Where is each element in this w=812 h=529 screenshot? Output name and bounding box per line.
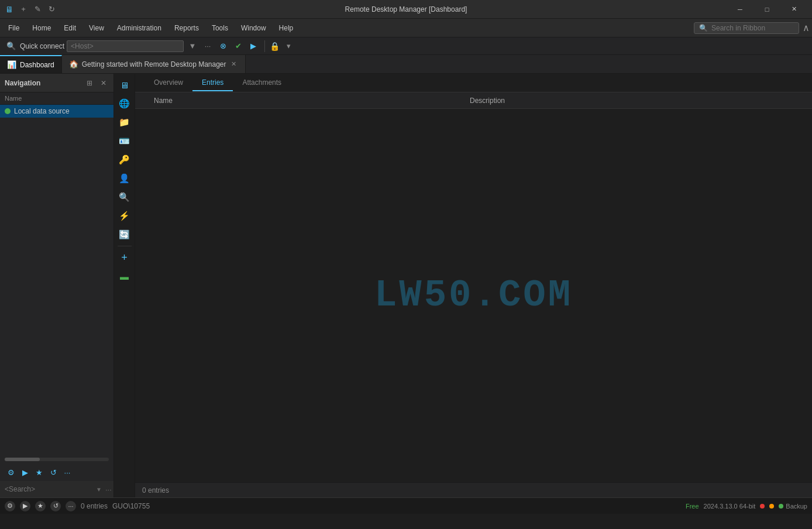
menu-help[interactable]: Help	[273, 22, 300, 35]
lock-icon: 🔒	[270, 42, 280, 51]
ribbon-search-box[interactable]: 🔍	[694, 22, 799, 34]
menu-view[interactable]: View	[83, 22, 110, 35]
table-body: LW50.COM	[135, 109, 812, 482]
status-version: 2024.3.13.0 64-bit	[704, 503, 756, 510]
icon-panel: 🖥 🌐 📁 🪪 🔑 👤 🔍 ⚡ 🔄 + ▬	[114, 74, 135, 497]
toolbar: 🔍 Quick connect ▼ ··· ⊗ ✔ ▶ 🔒 ▾	[0, 37, 812, 55]
search-toolbar-btn[interactable]: 🔍	[5, 40, 18, 53]
minimize-btn[interactable]: ─	[727, 0, 753, 19]
status-settings-icon[interactable]: ⚙	[5, 501, 15, 511]
key-icon-btn[interactable]: 🔑	[116, 151, 133, 169]
nav-star-btn[interactable]: ★	[33, 466, 46, 479]
table-name-col: Name	[149, 97, 465, 105]
nav-more-btn[interactable]: ···	[61, 466, 74, 479]
title-bar-left: 🖥 + ✎ ↻	[5, 4, 57, 15]
nav-search-chevron: ▼	[96, 486, 102, 493]
table-header: Name Description	[135, 92, 812, 109]
menu-window[interactable]: Window	[235, 22, 272, 35]
host-stop-btn[interactable]: ⊗	[216, 40, 229, 53]
tab-close-btn[interactable]: ✕	[230, 60, 238, 68]
search-ribbon-icon: 🔍	[699, 24, 708, 32]
tab-getting-started-label: Getting started with Remote Desktop Mana…	[82, 60, 226, 68]
nav-scrollbar[interactable]	[5, 458, 109, 461]
content-area: Overview Entries Attachments Name Descri…	[135, 74, 812, 497]
toolbar-more-btn[interactable]: ▾	[282, 40, 295, 53]
quick-connect: Quick connect ▼ ··· ⊗ ✔ ▶	[20, 40, 260, 53]
dashboard-icon: 📊	[7, 60, 16, 69]
menu-administration[interactable]: Administration	[111, 22, 167, 35]
nav-scrollbar-thumb	[5, 458, 40, 461]
menu-bar: File Home Edit View Administration Repor…	[0, 19, 812, 37]
new-btn[interactable]: +	[18, 4, 29, 15]
status-backup-btn[interactable]: Backup	[779, 503, 807, 510]
connection-status-dot	[5, 108, 11, 114]
nav-search-input[interactable]	[5, 485, 92, 493]
menu-edit[interactable]: Edit	[58, 22, 82, 35]
watermark-text: LW50.COM	[374, 274, 573, 317]
main-layout: Navigation ⊞ ✕ Name Local data source ⚙ …	[0, 74, 812, 497]
tab-entries[interactable]: Entries	[192, 75, 233, 91]
search-icon-btn[interactable]: 🔍	[116, 188, 133, 206]
ribbon-expand-btn[interactable]: ∧	[803, 22, 810, 33]
navigation-panel: Navigation ⊞ ✕ Name Local data source ⚙ …	[0, 74, 114, 497]
add-icon-btn[interactable]: +	[116, 249, 133, 266]
getting-started-icon: 🏠	[69, 60, 78, 68]
nav-tree: Local data source	[0, 105, 113, 455]
host-check-btn[interactable]: ✔	[232, 40, 245, 53]
menu-tools[interactable]: Tools	[206, 22, 234, 35]
search-ribbon-input[interactable]	[711, 24, 787, 32]
menu-reports[interactable]: Reports	[168, 22, 205, 35]
host-dropdown-btn[interactable]: ▼	[186, 40, 199, 53]
internet-icon-btn[interactable]: 🌐	[116, 95, 133, 112]
status-alert-orange	[769, 504, 774, 509]
icon-separator	[118, 246, 132, 246]
terminal-icon-btn[interactable]: ▬	[116, 267, 133, 285]
nav-pin-btn[interactable]: ⊞	[84, 78, 95, 88]
sessions-icon-btn[interactable]: 🖥	[116, 76, 133, 94]
nav-play-btn[interactable]: ▶	[19, 466, 32, 479]
window-controls: ─ □ ✕	[727, 0, 807, 19]
status-entries-count: 0 entries	[81, 502, 108, 510]
nav-close-btn[interactable]: ✕	[98, 78, 109, 88]
host-more-btn[interactable]: ···	[201, 40, 214, 53]
status-right: Free 2024.3.13.0 64-bit Backup	[686, 503, 807, 510]
status-user: GUO\10755	[112, 502, 150, 510]
title-bar: 🖥 + ✎ ↻ Remote Desktop Manager [Dashboar…	[0, 0, 812, 19]
sync-icon-btn[interactable]: 🔄	[116, 226, 133, 243]
macro-icon-btn[interactable]: ⚡	[116, 207, 133, 225]
tab-getting-started[interactable]: 🏠 Getting started with Remote Desktop Ma…	[62, 55, 246, 73]
edit-btn[interactable]: ✎	[32, 4, 43, 15]
menu-home[interactable]: Home	[26, 22, 57, 35]
user-icon-btn[interactable]: 👤	[116, 170, 133, 187]
tab-dashboard[interactable]: 📊 Dashboard	[0, 55, 62, 73]
host-play-btn[interactable]: ▶	[247, 40, 260, 53]
maximize-btn[interactable]: □	[753, 0, 780, 19]
status-more-icon[interactable]: ···	[66, 501, 76, 511]
status-star-icon[interactable]: ★	[35, 501, 46, 511]
refresh-btn[interactable]: ↻	[46, 4, 57, 15]
close-btn[interactable]: ✕	[780, 0, 807, 19]
menu-file[interactable]: File	[2, 22, 25, 35]
status-alert-red	[760, 504, 765, 509]
status-history-icon[interactable]: ↺	[50, 501, 61, 511]
status-free-label: Free	[686, 503, 699, 510]
content-status-bar: 0 entries	[135, 482, 812, 497]
nav-search-options-btn[interactable]: ···	[105, 483, 112, 496]
status-play-icon[interactable]: ▶	[20, 501, 30, 511]
tab-attachments[interactable]: Attachments	[233, 75, 291, 91]
nav-item-local-datasource[interactable]: Local data source	[0, 105, 113, 118]
nav-title: Navigation	[5, 79, 81, 87]
host-input[interactable]	[67, 40, 184, 52]
window-title: Remote Desktop Manager [Dashboard]	[345, 5, 467, 13]
credential-icon-btn[interactable]: 🪪	[116, 132, 133, 150]
nav-history-btn[interactable]: ↺	[47, 466, 60, 479]
folder-icon-btn[interactable]: 📁	[116, 114, 133, 131]
content-entries-count: 0 entries	[142, 486, 169, 494]
table-desc-col: Description	[465, 97, 812, 105]
nav-search-bar[interactable]: ▼ ··· ✕	[0, 481, 113, 497]
nav-header: Navigation ⊞ ✕	[0, 74, 113, 92]
nav-settings-btn[interactable]: ⚙	[5, 466, 18, 479]
tab-overview[interactable]: Overview	[144, 75, 192, 91]
nav-item-label: Local data source	[14, 107, 70, 115]
tab-dashboard-label: Dashboard	[20, 61, 54, 69]
